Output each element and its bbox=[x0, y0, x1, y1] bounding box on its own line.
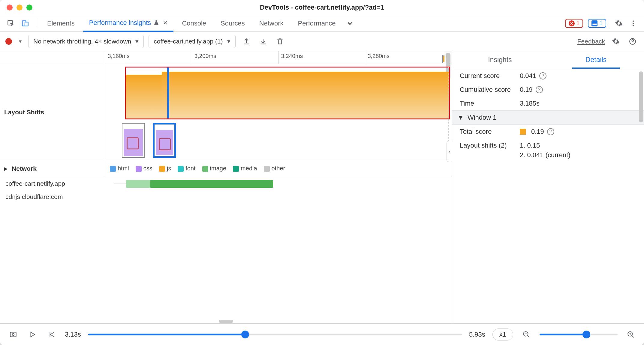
layout-shift-bar[interactable] bbox=[126, 75, 162, 118]
request-whisker bbox=[114, 184, 126, 184]
zoom-out-icon[interactable] bbox=[520, 328, 532, 340]
playhead-line[interactable] bbox=[167, 68, 169, 118]
playback-slider[interactable] bbox=[88, 334, 462, 335]
expand-network-icon[interactable]: ▸ bbox=[4, 165, 8, 172]
legend-item: html bbox=[110, 165, 129, 172]
toggle-visibility-icon[interactable] bbox=[7, 328, 19, 340]
throttling-select[interactable]: No network throttling, 4× slowdown ▾ bbox=[28, 35, 144, 48]
close-tab-icon[interactable]: ✕ bbox=[163, 20, 167, 26]
tab-label: Elements bbox=[47, 20, 75, 27]
errors-badge[interactable]: ✕ 1 bbox=[565, 19, 583, 28]
vertical-scrollbar[interactable] bbox=[444, 51, 452, 64]
svg-point-8 bbox=[12, 333, 14, 335]
layout-shift-item[interactable]: 2. 0.041 (current) bbox=[520, 151, 570, 159]
insights-toolbar: ▾ No network throttling, 4× slowdown ▾ c… bbox=[0, 32, 644, 51]
zoom-slider[interactable] bbox=[540, 334, 618, 335]
network-host-row[interactable]: cdnjs.cloudflare.com bbox=[0, 190, 452, 203]
screenshot-thumbnail-selected[interactable] bbox=[153, 123, 176, 158]
tab-details[interactable]: Details bbox=[548, 51, 644, 69]
tab-console[interactable]: Console bbox=[176, 15, 212, 32]
ruler-tick: 3,240ms bbox=[278, 51, 303, 64]
horizontal-scroll-handle[interactable] bbox=[219, 320, 233, 323]
legend-item: media bbox=[233, 165, 257, 172]
play-icon[interactable] bbox=[26, 328, 38, 340]
select-value: No network throttling, 4× slowdown bbox=[33, 38, 131, 45]
sidebar-scrollbar[interactable] bbox=[638, 69, 644, 323]
legend-item: css bbox=[136, 165, 152, 172]
playback-start-time: 3.13s bbox=[65, 331, 81, 338]
playback-bar: 3.13s 5.93s x1 bbox=[0, 323, 644, 345]
inspect-element-icon[interactable] bbox=[5, 17, 17, 29]
window-section-header[interactable]: ▼ Window 1 bbox=[452, 110, 644, 125]
request-bar[interactable] bbox=[150, 180, 273, 188]
record-menu-icon[interactable]: ▾ bbox=[17, 35, 23, 47]
lane-label[interactable]: ▸ Network bbox=[0, 160, 105, 177]
time-row: Time 3.185s bbox=[452, 97, 644, 110]
import-icon[interactable] bbox=[257, 35, 269, 47]
slider-thumb[interactable] bbox=[241, 331, 249, 338]
network-lane-header: ▸ Network html css js font image media o… bbox=[0, 160, 452, 177]
zoom-in-icon[interactable] bbox=[625, 328, 637, 340]
tab-performance-insights[interactable]: Performance insights ✕ bbox=[83, 15, 174, 32]
layout-shift-bar[interactable] bbox=[162, 72, 449, 118]
network-track bbox=[105, 190, 452, 203]
svg-rect-7 bbox=[10, 332, 16, 337]
more-tabs-icon[interactable] bbox=[344, 17, 356, 29]
cumulative-score-value: 0.19 bbox=[520, 86, 533, 94]
delete-icon[interactable] bbox=[274, 35, 286, 47]
tab-sources[interactable]: Sources bbox=[215, 15, 251, 32]
help-icon[interactable]: ? bbox=[547, 128, 554, 135]
window-controls bbox=[7, 4, 32, 10]
screenshot-thumbnail[interactable] bbox=[122, 123, 145, 158]
timeline-panel: 3,160ms 3,200ms 3,240ms 3,280ms Layout S… bbox=[0, 51, 452, 323]
svg-point-5 bbox=[633, 25, 634, 26]
legend-item: other bbox=[264, 165, 285, 172]
svg-point-3 bbox=[633, 20, 634, 22]
total-score-value: 0.19 bbox=[531, 128, 544, 136]
layout-shifts-track[interactable] bbox=[105, 64, 452, 160]
settings-icon[interactable] bbox=[613, 17, 625, 29]
titlebar: DevTools - coffee-cart.netlify.app/?ad=1 bbox=[0, 0, 644, 15]
close-window-icon[interactable] bbox=[7, 4, 13, 10]
network-host: coffee-cart.netlify.app bbox=[0, 177, 105, 190]
devtools-window: DevTools - coffee-cart.netlify.app/?ad=1… bbox=[0, 0, 644, 345]
svg-point-4 bbox=[633, 22, 634, 24]
slider-thumb[interactable] bbox=[582, 331, 590, 338]
panel-settings-icon[interactable] bbox=[610, 35, 622, 47]
record-button[interactable] bbox=[5, 38, 12, 45]
feedback-link[interactable]: Feedback bbox=[577, 38, 605, 45]
network-host-row[interactable]: coffee-cart.netlify.app bbox=[0, 177, 452, 190]
collapse-sidebar-icon[interactable]: › bbox=[447, 141, 452, 162]
chevron-down-icon: ▾ bbox=[135, 38, 139, 45]
zoom-window-icon[interactable] bbox=[26, 4, 32, 10]
layout-shift-window[interactable] bbox=[125, 67, 450, 119]
layout-shift-item[interactable]: 1. 0.15 bbox=[520, 142, 540, 149]
tab-elements[interactable]: Elements bbox=[41, 15, 81, 32]
ruler-ticks: 3,160ms 3,200ms 3,240ms 3,280ms bbox=[105, 51, 452, 64]
ruler[interactable]: 3,160ms 3,200ms 3,240ms 3,280ms bbox=[0, 51, 452, 64]
kebab-menu-icon[interactable] bbox=[627, 17, 639, 29]
device-toolbar-icon[interactable] bbox=[19, 17, 31, 29]
tab-label: Performance insights bbox=[89, 19, 151, 27]
restart-icon[interactable] bbox=[46, 328, 58, 340]
experiment-icon bbox=[153, 20, 159, 26]
help-icon[interactable] bbox=[627, 35, 639, 47]
export-icon[interactable] bbox=[240, 35, 252, 47]
minimize-window-icon[interactable] bbox=[17, 4, 23, 10]
help-icon[interactable]: ? bbox=[536, 86, 543, 93]
tab-performance[interactable]: Performance bbox=[292, 15, 342, 32]
tab-insights[interactable]: Insights bbox=[452, 51, 548, 69]
lane-label: Layout Shifts bbox=[0, 64, 105, 160]
playback-speed[interactable]: x1 bbox=[492, 328, 513, 340]
main-content: 3,160ms 3,200ms 3,240ms 3,280ms Layout S… bbox=[0, 51, 644, 323]
issues-badge[interactable]: ▬ 1 bbox=[588, 19, 606, 28]
request-bar[interactable] bbox=[126, 180, 150, 188]
layout-shifts-list-row: Layout shifts (2) 1. 0.15 2. 0.041 (curr… bbox=[452, 139, 644, 162]
playback-end-time: 5.93s bbox=[469, 331, 485, 338]
error-icon: ✕ bbox=[569, 20, 575, 26]
recording-select[interactable]: coffee-cart.netlify.app (1) ▾ bbox=[149, 35, 235, 48]
window-title: DevTools - coffee-cart.netlify.app/?ad=1 bbox=[7, 4, 637, 11]
tab-network[interactable]: Network bbox=[253, 15, 290, 32]
ruler-gutter bbox=[0, 51, 105, 64]
help-icon[interactable]: ? bbox=[539, 72, 546, 80]
